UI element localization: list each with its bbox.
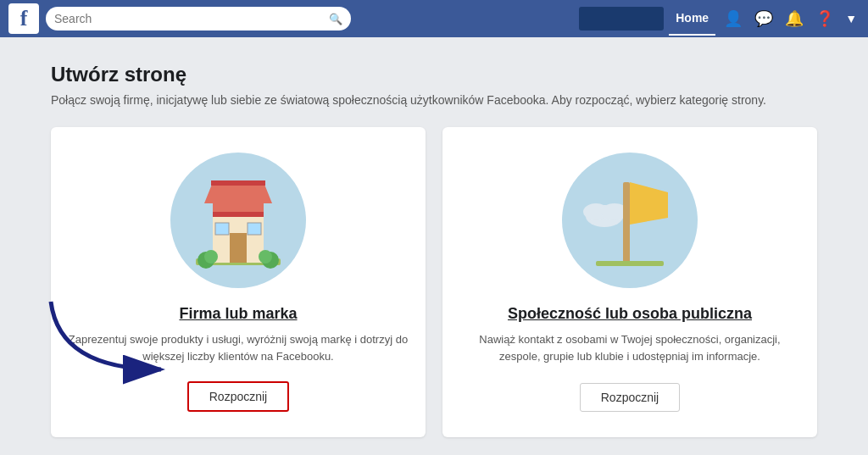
search-input[interactable] [54,12,326,25]
search-bar[interactable]: 🔍 [46,7,351,31]
friends-icon[interactable]: 👤 [721,9,746,28]
svg-rect-4 [213,212,264,217]
page-title: Utwórz stronę [51,63,817,86]
messenger-icon[interactable]: 💬 [751,9,776,28]
navbar-right: Home 👤 💬 🔔 ❓ ▼ [579,2,860,36]
svg-rect-9 [248,223,261,235]
community-card-desc: Nawiąż kontakt z osobami w Twojej społec… [459,331,800,364]
community-card: Społeczność lub osoba publiczna Nawiąż k… [442,127,817,437]
svg-marker-18 [630,182,668,225]
svg-rect-19 [596,261,664,266]
navbar: f 🔍 Home 👤 💬 🔔 ❓ ▼ [0,0,868,37]
flag-svg [579,165,681,275]
facebook-logo: f [8,3,39,34]
svg-rect-6 [211,180,265,186]
main-content: Utwórz stronę Połącz swoją firmę, inicja… [0,37,868,455]
business-card: Firma lub marka Zaprezentuj swoje produk… [51,127,426,437]
community-card-title: Społeczność lub osoba publiczna [508,305,752,323]
svg-point-13 [259,250,272,264]
svg-rect-17 [623,182,630,263]
business-card-title: Firma lub marka [179,305,297,323]
business-card-desc: Zaprezentuj swoje produkty i usługi, wyr… [68,331,409,364]
page-subtitle: Połącz swoją firmę, inicjatywę lub siebi… [51,93,817,107]
svg-rect-3 [213,203,264,212]
notifications-icon[interactable]: 🔔 [782,9,807,28]
svg-point-12 [204,250,218,264]
search-icon: 🔍 [329,13,342,25]
cards-container: Firma lub marka Zaprezentuj swoje produk… [51,127,817,437]
dropdown-icon[interactable]: ▼ [843,12,860,25]
home-link[interactable]: Home [669,2,715,36]
help-icon[interactable]: ❓ [812,9,837,28]
username-box [579,7,664,31]
svg-rect-8 [215,223,229,235]
building-svg [187,165,289,275]
business-illustration [170,153,306,288]
business-start-button[interactable]: Rozpocznij [187,381,289,412]
community-illustration [562,153,698,288]
community-start-button[interactable]: Rozpocznij [580,383,680,412]
svg-rect-7 [230,233,247,263]
